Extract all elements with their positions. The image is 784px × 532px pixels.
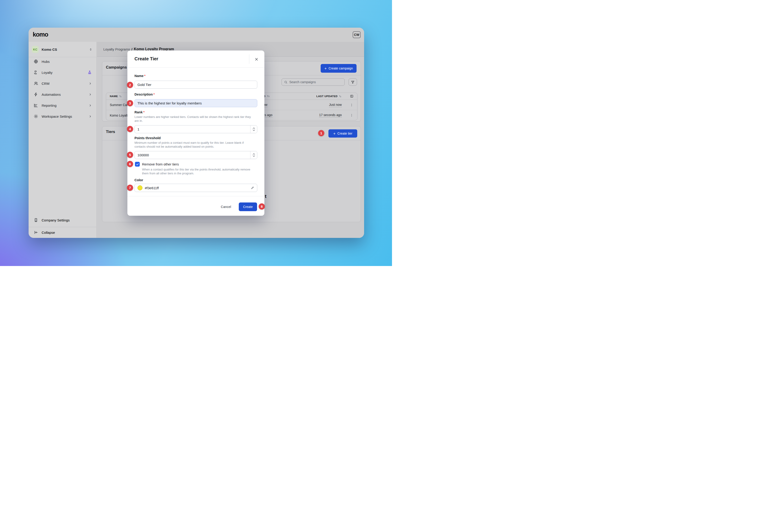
points-threshold-label: Points threshold bbox=[135, 136, 161, 140]
stepper-down-button[interactable] bbox=[252, 129, 255, 131]
annotation-badge-6: 6 bbox=[127, 161, 133, 167]
annotation-badge-5: 5 bbox=[127, 152, 133, 158]
stepper-up-button[interactable] bbox=[252, 153, 255, 155]
globe-icon bbox=[34, 59, 38, 64]
annotation-badge-1: 1 bbox=[318, 130, 324, 136]
sidebar-item-label: CRM bbox=[41, 82, 49, 86]
chevron-right-icon bbox=[88, 82, 92, 85]
workspace-avatar: KC bbox=[32, 46, 39, 53]
annotation-badge-7: 7 bbox=[127, 185, 133, 191]
plus-icon: + bbox=[324, 66, 327, 70]
points-threshold-input[interactable] bbox=[135, 151, 257, 159]
building-icon bbox=[34, 218, 38, 223]
check-icon bbox=[136, 163, 139, 166]
name-label: Name* bbox=[135, 74, 145, 78]
gear-icon bbox=[34, 114, 38, 119]
remove-from-other-tiers-label[interactable]: Remove from other tiers bbox=[142, 162, 179, 166]
annotation-badge-2: 2 bbox=[127, 82, 133, 88]
row-menu-button[interactable] bbox=[350, 113, 354, 117]
rank-input[interactable] bbox=[135, 125, 257, 133]
users-icon bbox=[34, 81, 38, 86]
collapse-sidebar-button[interactable]: Collapse bbox=[29, 227, 96, 238]
stepper-down-button[interactable] bbox=[252, 155, 255, 157]
sidebar-menu: Hubs Loyalty CRM bbox=[29, 56, 96, 122]
description-input[interactable] bbox=[135, 99, 257, 107]
breadcrumb-loyalty-programs[interactable]: Loyalty Programs bbox=[103, 47, 130, 51]
funnel-icon bbox=[351, 80, 355, 84]
obscured-empty-state-text: t bbox=[265, 194, 267, 199]
create-tier-modal: Create Tier Name* Description* Rank* Low… bbox=[128, 51, 264, 216]
user-avatar[interactable]: CW bbox=[353, 31, 361, 38]
chevron-right-icon bbox=[88, 115, 92, 118]
chevron-updown-icon bbox=[89, 48, 92, 51]
edit-pencil-icon[interactable] bbox=[251, 186, 254, 190]
hand-heart-icon bbox=[34, 70, 38, 75]
filter-button[interactable] bbox=[348, 78, 357, 86]
collapse-label: Collapse bbox=[41, 231, 55, 234]
updated-timestamp: 17 seconds ago bbox=[319, 113, 342, 117]
create-campaign-button[interactable]: + Create campaign bbox=[320, 64, 357, 73]
table-settings-button[interactable] bbox=[342, 94, 354, 98]
sidebar: KC Komo CS Hubs Loyalty bbox=[29, 42, 97, 238]
chevron-right-icon bbox=[88, 93, 92, 96]
chart-icon bbox=[34, 103, 38, 108]
create-tier-button[interactable]: + Create tier bbox=[329, 129, 357, 138]
flask-icon bbox=[87, 70, 92, 75]
sidebar-item-label: Loyalty bbox=[41, 70, 53, 75]
collapse-icon bbox=[34, 230, 38, 235]
annotation-badge-4: 4 bbox=[127, 126, 133, 132]
sidebar-item-company-settings[interactable]: Company Settings bbox=[29, 214, 96, 226]
sidebar-item-hubs[interactable]: Hubs bbox=[29, 56, 96, 67]
search-icon bbox=[284, 81, 287, 84]
points-threshold-help-text: Minimum number of points a contact must … bbox=[135, 141, 253, 149]
desktop-background: komo CW KC Komo CS Hubs bbox=[0, 0, 392, 266]
sidebar-item-label: Hubs bbox=[41, 60, 50, 63]
tiers-title: Tiers bbox=[106, 129, 115, 134]
sidebar-item-label: Company Settings bbox=[41, 218, 70, 222]
chevron-right-icon bbox=[88, 104, 92, 107]
color-label: Color bbox=[135, 178, 143, 182]
divider bbox=[249, 54, 249, 64]
columns-settings-icon bbox=[350, 94, 354, 98]
description-label: Description* bbox=[135, 93, 155, 96]
points-stepper bbox=[250, 151, 257, 159]
lightning-icon bbox=[34, 92, 38, 97]
top-bar: komo CW bbox=[29, 28, 364, 42]
column-header-last-updated[interactable]: LAST UPDATED bbox=[286, 95, 342, 98]
plus-icon: + bbox=[333, 131, 336, 136]
row-menu-button[interactable] bbox=[350, 103, 354, 107]
close-icon bbox=[254, 57, 259, 61]
sidebar-item-automations[interactable]: Automations bbox=[29, 89, 96, 100]
sidebar-item-label: Automations bbox=[41, 93, 61, 96]
modal-title: Create Tier bbox=[135, 56, 158, 61]
workspace-switcher[interactable]: KC Komo CS bbox=[29, 43, 96, 55]
updated-timestamp: Just now bbox=[329, 103, 342, 107]
komo-logo: komo bbox=[33, 31, 48, 38]
sidebar-item-reporting[interactable]: Reporting bbox=[29, 100, 96, 111]
rank-label: Rank* bbox=[135, 110, 144, 114]
cancel-button[interactable]: Cancel bbox=[218, 203, 234, 211]
stepper-up-button[interactable] bbox=[252, 127, 255, 129]
sort-updown-icon bbox=[119, 95, 122, 98]
remove-from-other-tiers-checkbox[interactable] bbox=[135, 162, 140, 167]
close-button[interactable] bbox=[252, 55, 261, 63]
annotation-badge-8: 8 bbox=[259, 203, 265, 210]
sidebar-item-label: Reporting bbox=[41, 104, 56, 108]
color-field[interactable]: #f3e611ff bbox=[135, 184, 257, 192]
sidebar-item-loyalty[interactable]: Loyalty bbox=[29, 67, 96, 78]
color-hex-value: #f3e611ff bbox=[145, 186, 159, 190]
name-input[interactable] bbox=[135, 81, 257, 89]
remove-from-other-tiers-help-text: When a contact qualifies for this tier v… bbox=[142, 168, 257, 175]
create-button[interactable]: Create bbox=[239, 203, 257, 211]
color-swatch bbox=[137, 185, 142, 190]
sort-descending-icon bbox=[267, 95, 270, 98]
search-campaigns-input[interactable] bbox=[289, 80, 337, 84]
sidebar-item-workspace-settings[interactable]: Workspace Settings bbox=[29, 111, 96, 122]
rank-stepper bbox=[250, 125, 257, 133]
annotation-badge-3: 3 bbox=[127, 100, 133, 106]
rank-help-text: Lower numbers are higher ranked tiers. C… bbox=[135, 115, 255, 123]
campaigns-title: Campaigns bbox=[106, 65, 127, 70]
sidebar-item-label: Workspace Settings bbox=[41, 115, 72, 118]
sidebar-item-crm[interactable]: CRM bbox=[29, 78, 96, 89]
points-threshold-field bbox=[135, 151, 257, 159]
